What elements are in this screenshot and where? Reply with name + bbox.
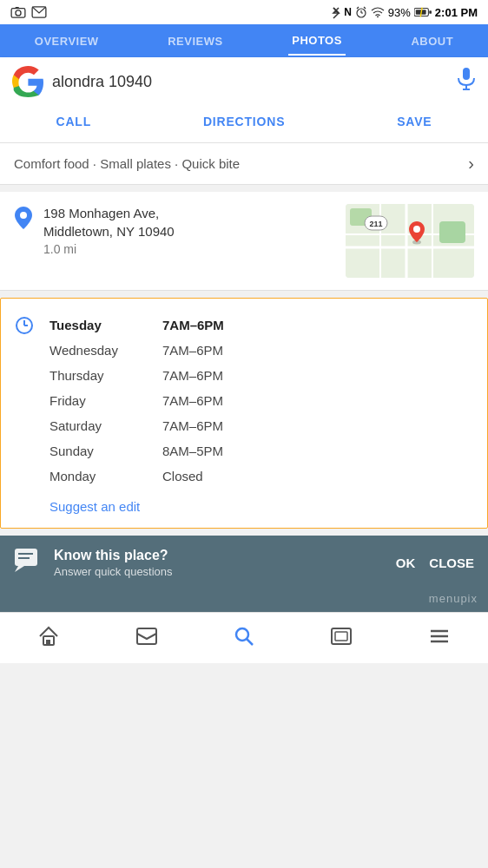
battery-percent: 93% xyxy=(388,6,411,19)
address-line1: 198 Monhagen Ave, xyxy=(43,204,335,222)
hours-time: Closed xyxy=(162,469,203,483)
nav-menu[interactable] xyxy=(416,621,463,651)
svg-rect-14 xyxy=(463,68,470,80)
signal-icon: N xyxy=(344,6,352,18)
hours-time: 7AM–6PM xyxy=(162,318,224,332)
directions-button[interactable]: DIRECTIONS xyxy=(186,109,302,134)
hours-time: 8AM–5PM xyxy=(162,444,223,458)
day-name: Thursday xyxy=(49,368,162,383)
camera-icon xyxy=(10,6,26,18)
top-tabs-bar: OVERVIEW REVIEWS PHOTOS ABOUT xyxy=(0,24,488,57)
hours-time: 7AM–6PM xyxy=(162,368,223,383)
svg-rect-39 xyxy=(137,628,156,644)
search-input[interactable] xyxy=(52,73,448,91)
svg-text:211: 211 xyxy=(369,220,382,228)
svg-point-40 xyxy=(236,628,248,641)
know-close-button[interactable]: CLOSE xyxy=(429,556,474,570)
know-title: Know this place? xyxy=(54,548,384,563)
nav-cards[interactable] xyxy=(318,621,365,651)
alarm-icon xyxy=(355,6,367,18)
svg-point-9 xyxy=(377,16,379,18)
hours-section: Tuesday7AM–6PMWednesday7AM–6PMThursday7A… xyxy=(0,298,488,529)
location-section: 198 Monhagen Ave, Middletown, NY 10940 1… xyxy=(0,192,488,291)
google-logo xyxy=(12,66,43,97)
cards-icon xyxy=(330,625,353,648)
know-text: Know this place? Answer quick questions xyxy=(54,548,384,578)
hours-row: Wednesday7AM–6PM xyxy=(49,338,473,363)
search-bar xyxy=(0,57,488,106)
status-left-icons xyxy=(10,6,47,18)
location-text: 198 Monhagen Ave, Middletown, NY 10940 1… xyxy=(43,204,335,278)
svg-marker-34 xyxy=(15,566,24,572)
mic-icon[interactable] xyxy=(457,67,476,96)
status-bar: N 93% 2:01 PM xyxy=(0,0,488,24)
status-time: 2:01 PM xyxy=(435,6,478,19)
svg-rect-24 xyxy=(439,221,465,243)
inbox-icon xyxy=(135,625,158,648)
hours-row: MondayClosed xyxy=(49,464,473,489)
tab-photos[interactable]: PHOTOS xyxy=(288,27,346,56)
svg-point-29 xyxy=(413,226,420,233)
clock-icon xyxy=(15,316,34,340)
chat-bubble-icon xyxy=(14,548,42,578)
know-subtitle: Answer quick questions xyxy=(54,565,384,578)
day-name: Tuesday xyxy=(49,318,162,332)
hours-row: Thursday7AM–6PM xyxy=(49,363,473,388)
day-name: Sunday xyxy=(49,444,162,458)
know-ok-button[interactable]: OK xyxy=(396,556,416,570)
chevron-right-icon: › xyxy=(468,154,474,174)
tab-overview[interactable]: OVERVIEW xyxy=(31,28,102,55)
battery-icon xyxy=(414,7,432,17)
know-this-place-banner: Know this place? Answer quick questions … xyxy=(0,536,488,590)
nav-home[interactable] xyxy=(25,621,72,651)
day-name: Monday xyxy=(49,469,162,483)
hours-time: 7AM–6PM xyxy=(162,343,223,358)
menupix-bar: menupix xyxy=(0,590,488,612)
svg-point-17 xyxy=(20,212,27,219)
day-name: Wednesday xyxy=(49,343,162,358)
svg-rect-12 xyxy=(429,10,432,14)
menupix-text: menupix xyxy=(429,592,478,605)
svg-line-13 xyxy=(420,8,422,17)
day-name: Saturday xyxy=(49,418,162,433)
message-icon xyxy=(31,6,47,18)
svg-rect-43 xyxy=(335,632,347,641)
location-distance: 1.0 mi xyxy=(43,242,335,256)
tab-reviews[interactable]: REVIEWS xyxy=(164,28,226,55)
svg-line-8 xyxy=(364,7,366,9)
hours-row: Saturday7AM–6PM xyxy=(49,413,473,438)
address-line2: Middletown, NY 10940 xyxy=(43,222,335,240)
svg-line-41 xyxy=(247,639,253,645)
svg-point-1 xyxy=(16,10,21,16)
call-button[interactable]: CALL xyxy=(38,109,109,134)
save-button[interactable]: SAVE xyxy=(379,109,449,134)
categories-row[interactable]: Comfort food · Small plates · Quick bite… xyxy=(0,143,488,185)
svg-rect-38 xyxy=(46,640,50,645)
day-name: Friday xyxy=(49,393,162,408)
hamburger-menu-icon xyxy=(428,625,451,648)
suggest-edit-link[interactable]: Suggest an edit xyxy=(49,499,473,514)
bluetooth-icon xyxy=(332,5,340,19)
action-buttons: CALL DIRECTIONS SAVE xyxy=(0,106,488,143)
location-pin-icon xyxy=(14,206,33,278)
home-icon xyxy=(37,625,60,648)
nav-search[interactable] xyxy=(221,621,267,651)
bottom-nav xyxy=(0,612,488,663)
hours-list: Tuesday7AM–6PMWednesday7AM–6PMThursday7A… xyxy=(49,312,473,489)
nav-inbox[interactable] xyxy=(123,621,170,651)
wifi-icon xyxy=(371,7,385,17)
svg-rect-2 xyxy=(16,7,19,9)
know-actions: OK CLOSE xyxy=(396,556,474,570)
hours-row: Sunday8AM–5PM xyxy=(49,438,473,464)
search-icon xyxy=(233,625,255,648)
hours-time: 7AM–6PM xyxy=(162,393,223,408)
hours-row: Tuesday7AM–6PM xyxy=(49,312,473,338)
tab-about[interactable]: ABOUT xyxy=(407,28,457,55)
hours-time: 7AM–6PM xyxy=(162,418,223,433)
map-thumbnail[interactable]: 211 xyxy=(346,204,474,278)
svg-line-7 xyxy=(357,7,359,9)
status-right-icons: N 93% 2:01 PM xyxy=(332,5,478,19)
categories-text: Comfort food · Small plates · Quick bite xyxy=(14,156,468,171)
hours-row: Friday7AM–6PM xyxy=(49,388,473,413)
